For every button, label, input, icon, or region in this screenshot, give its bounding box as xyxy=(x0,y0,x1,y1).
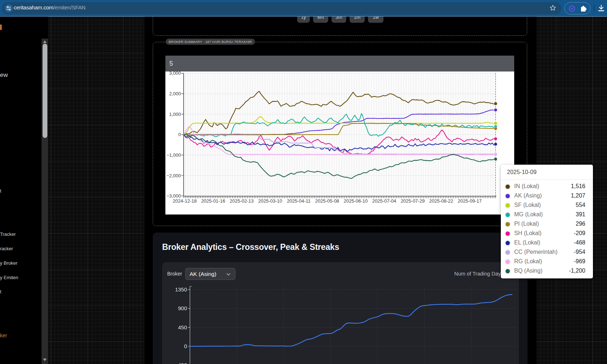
svg-text:−1,000: −1,000 xyxy=(166,152,181,158)
svg-text:2,000: 2,000 xyxy=(169,91,181,96)
svg-text:2025-06-10: 2025-06-10 xyxy=(344,198,368,204)
svg-text:1350: 1350 xyxy=(175,286,187,292)
svg-text:1,000: 1,000 xyxy=(169,112,181,117)
svg-text:2024-12-18: 2024-12-18 xyxy=(173,198,197,204)
svg-text:0: 0 xyxy=(178,132,181,137)
svg-text:2025-07-04: 2025-07-04 xyxy=(372,198,396,204)
svg-text:2025-09-17: 2025-09-17 xyxy=(458,198,482,204)
svg-text:2025-05-08: 2025-05-08 xyxy=(315,198,339,204)
svg-text:2025-08-22: 2025-08-22 xyxy=(429,198,454,204)
svg-text:−3,000: −3,000 xyxy=(166,193,181,199)
svg-text:450: 450 xyxy=(178,324,187,330)
svg-text:-450: -450 xyxy=(176,362,187,364)
svg-text:3,000: 3,000 xyxy=(169,72,181,76)
svg-text:−2,000: −2,000 xyxy=(166,173,181,178)
svg-text:2025-04-11: 2025-04-11 xyxy=(287,198,311,204)
svg-text:2025-07-29: 2025-07-29 xyxy=(401,198,425,204)
svg-text:2025-01-16: 2025-01-16 xyxy=(201,198,225,204)
svg-text:2025-02-13: 2025-02-13 xyxy=(230,198,254,204)
svg-text:2025-03-10: 2025-03-10 xyxy=(258,198,282,204)
svg-text:900: 900 xyxy=(178,305,187,311)
svg-text:0: 0 xyxy=(184,343,187,349)
